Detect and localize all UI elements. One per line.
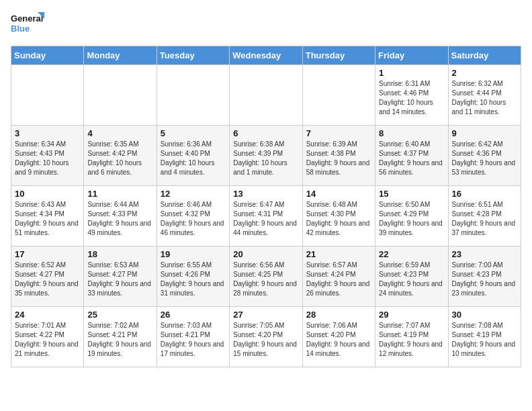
day-number: 5: [161, 128, 226, 138]
calendar-cell: 27Sunrise: 7:05 AM Sunset: 4:20 PM Dayli…: [230, 307, 302, 367]
svg-text:General: General: [11, 13, 43, 24]
day-info: Sunrise: 6:57 AM Sunset: 4:24 PM Dayligh…: [306, 261, 371, 298]
weekday-header: Saturday: [448, 46, 521, 65]
calendar-cell: 25Sunrise: 7:02 AM Sunset: 4:21 PM Dayli…: [84, 307, 157, 367]
day-number: 1: [379, 68, 444, 78]
day-number: 27: [233, 310, 298, 320]
day-number: 30: [452, 310, 517, 320]
day-number: 7: [306, 128, 371, 138]
calendar-cell: [84, 65, 157, 126]
logo-svg: General Blue: [11, 11, 44, 38]
day-number: 25: [87, 310, 152, 320]
day-info: Sunrise: 6:50 AM Sunset: 4:29 PM Dayligh…: [379, 200, 444, 238]
calendar-cell: 7Sunrise: 6:39 AM Sunset: 4:38 PM Daylig…: [302, 126, 375, 186]
day-number: 15: [379, 189, 444, 199]
calendar-cell: 23Sunrise: 7:00 AM Sunset: 4:23 PM Dayli…: [448, 246, 521, 307]
weekday-header: Wednesday: [230, 46, 302, 65]
calendar-cell: 26Sunrise: 7:03 AM Sunset: 4:21 PM Dayli…: [157, 307, 229, 367]
day-number: 14: [306, 189, 371, 199]
calendar-cell: [11, 65, 84, 126]
day-info: Sunrise: 6:53 AM Sunset: 4:27 PM Dayligh…: [87, 261, 152, 298]
day-info: Sunrise: 7:02 AM Sunset: 4:21 PM Dayligh…: [87, 321, 152, 359]
calendar-cell: 9Sunrise: 6:42 AM Sunset: 4:36 PM Daylig…: [448, 126, 521, 186]
calendar-week-row: 10Sunrise: 6:43 AM Sunset: 4:34 PM Dayli…: [11, 186, 521, 246]
calendar-week-row: 24Sunrise: 7:01 AM Sunset: 4:22 PM Dayli…: [11, 307, 521, 367]
weekday-header: Tuesday: [157, 46, 229, 65]
day-info: Sunrise: 6:31 AM Sunset: 4:46 PM Dayligh…: [379, 79, 444, 117]
weekday-header: Thursday: [302, 46, 375, 65]
calendar-cell: 20Sunrise: 6:56 AM Sunset: 4:25 PM Dayli…: [230, 246, 302, 307]
weekday-header: Sunday: [11, 46, 84, 65]
day-number: 3: [15, 128, 80, 138]
page-header: General Blue: [11, 11, 521, 38]
calendar-cell: 1Sunrise: 6:31 AM Sunset: 4:46 PM Daylig…: [375, 65, 448, 126]
calendar-cell: 17Sunrise: 6:52 AM Sunset: 4:27 PM Dayli…: [11, 246, 84, 307]
day-number: 13: [233, 189, 298, 199]
calendar-cell: 13Sunrise: 6:47 AM Sunset: 4:31 PM Dayli…: [230, 186, 302, 246]
day-info: Sunrise: 6:48 AM Sunset: 4:30 PM Dayligh…: [306, 200, 371, 238]
day-info: Sunrise: 6:39 AM Sunset: 4:38 PM Dayligh…: [306, 140, 371, 177]
day-number: 22: [379, 249, 444, 259]
day-info: Sunrise: 7:06 AM Sunset: 4:20 PM Dayligh…: [306, 321, 371, 359]
calendar-cell: 10Sunrise: 6:43 AM Sunset: 4:34 PM Dayli…: [11, 186, 84, 246]
day-info: Sunrise: 7:01 AM Sunset: 4:22 PM Dayligh…: [15, 321, 80, 359]
calendar-cell: 12Sunrise: 6:46 AM Sunset: 4:32 PM Dayli…: [157, 186, 229, 246]
calendar-cell: 29Sunrise: 7:07 AM Sunset: 4:19 PM Dayli…: [375, 307, 448, 367]
day-number: 12: [161, 189, 226, 199]
day-info: Sunrise: 6:32 AM Sunset: 4:44 PM Dayligh…: [452, 79, 517, 117]
day-info: Sunrise: 7:07 AM Sunset: 4:19 PM Dayligh…: [379, 321, 444, 359]
weekday-header-row: SundayMondayTuesdayWednesdayThursdayFrid…: [11, 46, 521, 65]
day-number: 17: [15, 249, 80, 259]
day-number: 21: [306, 249, 371, 259]
calendar-cell: 30Sunrise: 7:08 AM Sunset: 4:19 PM Dayli…: [448, 307, 521, 367]
day-info: Sunrise: 7:05 AM Sunset: 4:20 PM Dayligh…: [233, 321, 298, 359]
day-info: Sunrise: 6:40 AM Sunset: 4:37 PM Dayligh…: [379, 140, 444, 177]
calendar-table: SundayMondayTuesdayWednesdayThursdayFrid…: [11, 46, 521, 367]
calendar-cell: 3Sunrise: 6:34 AM Sunset: 4:43 PM Daylig…: [11, 126, 84, 186]
calendar-cell: 14Sunrise: 6:48 AM Sunset: 4:30 PM Dayli…: [302, 186, 375, 246]
day-number: 10: [15, 189, 80, 199]
weekday-header: Monday: [84, 46, 157, 65]
day-number: 4: [87, 128, 152, 138]
day-info: Sunrise: 6:44 AM Sunset: 4:33 PM Dayligh…: [87, 200, 152, 238]
day-number: 26: [161, 310, 226, 320]
day-number: 8: [379, 128, 444, 138]
calendar-week-row: 17Sunrise: 6:52 AM Sunset: 4:27 PM Dayli…: [11, 246, 521, 307]
weekday-header: Friday: [375, 46, 448, 65]
calendar-cell: 21Sunrise: 6:57 AM Sunset: 4:24 PM Dayli…: [302, 246, 375, 307]
day-number: 16: [452, 189, 517, 199]
day-number: 28: [306, 310, 371, 320]
day-info: Sunrise: 6:35 AM Sunset: 4:42 PM Dayligh…: [87, 140, 152, 177]
calendar-week-row: 3Sunrise: 6:34 AM Sunset: 4:43 PM Daylig…: [11, 126, 521, 186]
day-info: Sunrise: 6:59 AM Sunset: 4:23 PM Dayligh…: [379, 261, 444, 298]
day-info: Sunrise: 6:52 AM Sunset: 4:27 PM Dayligh…: [15, 261, 80, 298]
day-number: 9: [452, 128, 517, 138]
day-info: Sunrise: 6:56 AM Sunset: 4:25 PM Dayligh…: [233, 261, 298, 298]
day-info: Sunrise: 6:55 AM Sunset: 4:26 PM Dayligh…: [161, 261, 226, 298]
day-info: Sunrise: 6:34 AM Sunset: 4:43 PM Dayligh…: [15, 140, 80, 177]
day-info: Sunrise: 6:43 AM Sunset: 4:34 PM Dayligh…: [15, 200, 80, 238]
day-number: 6: [233, 128, 298, 138]
calendar-cell: 11Sunrise: 6:44 AM Sunset: 4:33 PM Dayli…: [84, 186, 157, 246]
logo: General Blue: [11, 11, 44, 38]
day-number: 20: [233, 249, 298, 259]
calendar-cell: 8Sunrise: 6:40 AM Sunset: 4:37 PM Daylig…: [375, 126, 448, 186]
calendar-cell: 22Sunrise: 6:59 AM Sunset: 4:23 PM Dayli…: [375, 246, 448, 307]
calendar-cell: 5Sunrise: 6:36 AM Sunset: 4:40 PM Daylig…: [157, 126, 229, 186]
calendar-week-row: 1Sunrise: 6:31 AM Sunset: 4:46 PM Daylig…: [11, 65, 521, 126]
calendar-cell: [157, 65, 229, 126]
day-info: Sunrise: 7:00 AM Sunset: 4:23 PM Dayligh…: [452, 261, 517, 298]
day-number: 18: [87, 249, 152, 259]
calendar-cell: [302, 65, 375, 126]
calendar-cell: 19Sunrise: 6:55 AM Sunset: 4:26 PM Dayli…: [157, 246, 229, 307]
day-info: Sunrise: 7:08 AM Sunset: 4:19 PM Dayligh…: [452, 321, 517, 359]
day-info: Sunrise: 6:46 AM Sunset: 4:32 PM Dayligh…: [161, 200, 226, 238]
day-info: Sunrise: 6:36 AM Sunset: 4:40 PM Dayligh…: [161, 140, 226, 177]
calendar-cell: [230, 65, 302, 126]
day-info: Sunrise: 6:42 AM Sunset: 4:36 PM Dayligh…: [452, 140, 517, 177]
calendar-cell: 6Sunrise: 6:38 AM Sunset: 4:39 PM Daylig…: [230, 126, 302, 186]
day-number: 29: [379, 310, 444, 320]
day-number: 11: [87, 189, 152, 199]
day-number: 23: [452, 249, 517, 259]
day-info: Sunrise: 6:47 AM Sunset: 4:31 PM Dayligh…: [233, 200, 298, 238]
